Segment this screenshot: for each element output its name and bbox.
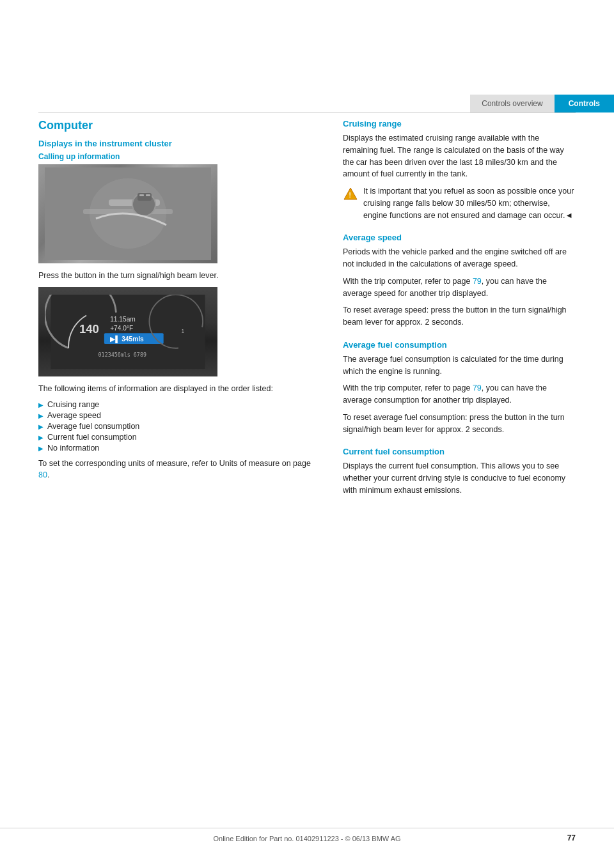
arrow-icon-5: ▶ bbox=[38, 445, 43, 452]
main-content: Computer Displays in the instrument clus… bbox=[38, 119, 576, 804]
top-divider bbox=[38, 112, 576, 113]
svg-text:!: ! bbox=[349, 192, 351, 199]
computer-title: Computer bbox=[38, 119, 320, 132]
svg-rect-6 bbox=[139, 194, 144, 196]
warning-text: It is important that you refuel as soon … bbox=[363, 185, 576, 221]
left-column: Computer Displays in the instrument clus… bbox=[38, 119, 320, 804]
current-fuel-text: Displays the current fuel consumption. T… bbox=[343, 460, 576, 496]
cruising-range-text: Displays the estimated cruising range av… bbox=[343, 132, 576, 180]
cruising-range-title: Cruising range bbox=[343, 119, 576, 128]
current-fuel-title: Current fuel consumption bbox=[343, 447, 576, 456]
list-item: ▶ No information bbox=[38, 444, 320, 453]
svg-text:1: 1 bbox=[182, 328, 185, 334]
right-column: Cruising range Displays the estimated cr… bbox=[343, 119, 576, 804]
list-item: ▶ Cruising range bbox=[38, 400, 320, 409]
current-fuel-section: Current fuel consumption Displays the cu… bbox=[343, 447, 576, 496]
calling-up-subsubtitle: Calling up information bbox=[38, 152, 320, 161]
warning-box: ! It is important that you refuel as soo… bbox=[343, 185, 576, 221]
page-number: 77 bbox=[567, 833, 576, 842]
units-text: To set the corresponding units of measur… bbox=[38, 458, 320, 482]
svg-text:▶▌  345mls: ▶▌ 345mls bbox=[110, 335, 144, 344]
avg-speed-page-link[interactable]: 79 bbox=[473, 277, 482, 286]
svg-text:11.15am: 11.15am bbox=[110, 316, 136, 323]
avg-fuel-section: Average fuel consumption The average fue… bbox=[343, 340, 576, 436]
avg-fuel-title: Average fuel consumption bbox=[343, 340, 576, 350]
svg-text:0123456mls  6789: 0123456mls 6789 bbox=[98, 352, 146, 358]
svg-rect-7 bbox=[146, 194, 150, 196]
info-list: ▶ Cruising range ▶ Average speed ▶ Avera… bbox=[38, 400, 320, 453]
following-items-text: The following items of information are d… bbox=[38, 383, 320, 395]
tab-controls-overview[interactable]: Controls overview bbox=[470, 95, 554, 112]
turn-signal-image bbox=[38, 164, 217, 263]
svg-text:140: 140 bbox=[79, 322, 99, 336]
list-item: ▶ Current fuel consumption bbox=[38, 433, 320, 442]
average-speed-section: Average speed Periods with the vehicle p… bbox=[343, 233, 576, 329]
average-speed-title: Average speed bbox=[343, 233, 576, 242]
units-page-link[interactable]: 80 bbox=[38, 470, 47, 479]
arrow-icon-1: ▶ bbox=[38, 401, 43, 408]
footer: Online Edition for Part no. 01402911223 … bbox=[0, 828, 614, 842]
avg-fuel-page-link[interactable]: 79 bbox=[473, 384, 482, 392]
svg-rect-5 bbox=[138, 193, 152, 201]
arrow-icon-3: ▶ bbox=[38, 423, 43, 430]
list-item: ▶ Average fuel consumption bbox=[38, 422, 320, 431]
cluster-image: 140 11.15am +74.0°F ▶▌ 345mls 0123456mls… bbox=[38, 287, 217, 376]
tab-controls[interactable]: Controls bbox=[555, 95, 614, 112]
press-text: Press the button in the turn signal/high… bbox=[38, 270, 320, 282]
avg-fuel-text-3: To reset average fuel consumption: press… bbox=[343, 412, 576, 436]
average-speed-text-3: To reset average speed: press the button… bbox=[343, 304, 576, 329]
displays-subtitle: Displays in the instrument cluster bbox=[38, 139, 320, 148]
arrow-icon-2: ▶ bbox=[38, 412, 43, 419]
header-bar: Controls overview Controls bbox=[307, 95, 614, 112]
average-speed-text-2: With the trip computer, refer to page 79… bbox=[343, 275, 576, 300]
list-item: ▶ Average speed bbox=[38, 411, 320, 420]
svg-text:+74.0°F: +74.0°F bbox=[110, 324, 133, 331]
average-speed-text-1: Periods with the vehicle parked and the … bbox=[343, 246, 576, 270]
arrow-icon-4: ▶ bbox=[38, 434, 43, 441]
cruising-range-section: Cruising range Displays the estimated cr… bbox=[343, 119, 576, 221]
warning-triangle-icon: ! bbox=[343, 187, 358, 202]
avg-fuel-text-2: With the trip computer, refer to page 79… bbox=[343, 382, 576, 407]
avg-fuel-text-1: The average fuel consumption is calculat… bbox=[343, 353, 576, 378]
